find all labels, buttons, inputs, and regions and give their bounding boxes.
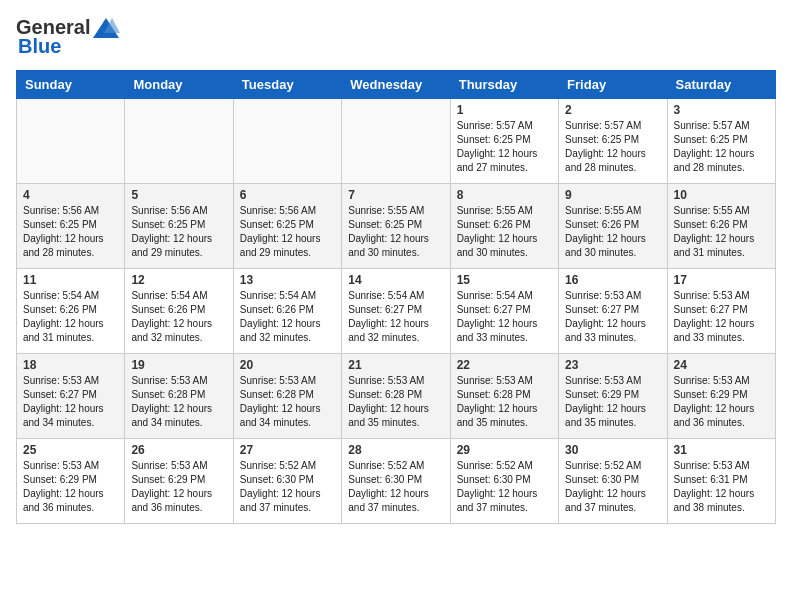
weekday-header-friday: Friday (559, 71, 667, 99)
day-number: 7 (348, 188, 443, 202)
day-info: Sunrise: 5:54 AM Sunset: 6:27 PM Dayligh… (457, 289, 552, 345)
day-info: Sunrise: 5:57 AM Sunset: 6:25 PM Dayligh… (457, 119, 552, 175)
day-number: 16 (565, 273, 660, 287)
day-number: 4 (23, 188, 118, 202)
day-info: Sunrise: 5:53 AM Sunset: 6:28 PM Dayligh… (457, 374, 552, 430)
calendar-week-row: 18Sunrise: 5:53 AM Sunset: 6:27 PM Dayli… (17, 354, 776, 439)
calendar-day-cell: 12Sunrise: 5:54 AM Sunset: 6:26 PM Dayli… (125, 269, 233, 354)
day-info: Sunrise: 5:56 AM Sunset: 6:25 PM Dayligh… (131, 204, 226, 260)
calendar-day-cell: 20Sunrise: 5:53 AM Sunset: 6:28 PM Dayli… (233, 354, 341, 439)
day-info: Sunrise: 5:53 AM Sunset: 6:27 PM Dayligh… (565, 289, 660, 345)
day-number: 10 (674, 188, 769, 202)
day-info: Sunrise: 5:53 AM Sunset: 6:29 PM Dayligh… (565, 374, 660, 430)
day-number: 11 (23, 273, 118, 287)
weekday-header-wednesday: Wednesday (342, 71, 450, 99)
day-number: 23 (565, 358, 660, 372)
calendar-day-cell: 24Sunrise: 5:53 AM Sunset: 6:29 PM Dayli… (667, 354, 775, 439)
calendar-day-cell: 29Sunrise: 5:52 AM Sunset: 6:30 PM Dayli… (450, 439, 558, 524)
day-info: Sunrise: 5:53 AM Sunset: 6:27 PM Dayligh… (674, 289, 769, 345)
day-info: Sunrise: 5:53 AM Sunset: 6:28 PM Dayligh… (240, 374, 335, 430)
day-number: 15 (457, 273, 552, 287)
day-number: 21 (348, 358, 443, 372)
calendar-day-cell: 18Sunrise: 5:53 AM Sunset: 6:27 PM Dayli… (17, 354, 125, 439)
calendar-day-cell: 9Sunrise: 5:55 AM Sunset: 6:26 PM Daylig… (559, 184, 667, 269)
day-number: 13 (240, 273, 335, 287)
calendar-day-cell: 3Sunrise: 5:57 AM Sunset: 6:25 PM Daylig… (667, 99, 775, 184)
calendar-week-row: 25Sunrise: 5:53 AM Sunset: 6:29 PM Dayli… (17, 439, 776, 524)
day-number: 27 (240, 443, 335, 457)
day-info: Sunrise: 5:57 AM Sunset: 6:25 PM Dayligh… (565, 119, 660, 175)
calendar-day-cell: 22Sunrise: 5:53 AM Sunset: 6:28 PM Dayli… (450, 354, 558, 439)
day-number: 19 (131, 358, 226, 372)
weekday-header-thursday: Thursday (450, 71, 558, 99)
calendar-day-cell: 7Sunrise: 5:55 AM Sunset: 6:25 PM Daylig… (342, 184, 450, 269)
calendar-day-cell: 14Sunrise: 5:54 AM Sunset: 6:27 PM Dayli… (342, 269, 450, 354)
calendar-day-cell: 6Sunrise: 5:56 AM Sunset: 6:25 PM Daylig… (233, 184, 341, 269)
calendar-week-row: 4Sunrise: 5:56 AM Sunset: 6:25 PM Daylig… (17, 184, 776, 269)
day-number: 6 (240, 188, 335, 202)
logo: General Blue (16, 16, 120, 58)
calendar-day-cell (17, 99, 125, 184)
calendar-table: SundayMondayTuesdayWednesdayThursdayFrid… (16, 70, 776, 524)
calendar-day-cell: 1Sunrise: 5:57 AM Sunset: 6:25 PM Daylig… (450, 99, 558, 184)
day-info: Sunrise: 5:56 AM Sunset: 6:25 PM Dayligh… (23, 204, 118, 260)
calendar-day-cell: 26Sunrise: 5:53 AM Sunset: 6:29 PM Dayli… (125, 439, 233, 524)
day-info: Sunrise: 5:54 AM Sunset: 6:26 PM Dayligh… (240, 289, 335, 345)
day-info: Sunrise: 5:52 AM Sunset: 6:30 PM Dayligh… (348, 459, 443, 515)
day-number: 29 (457, 443, 552, 457)
calendar-day-cell: 31Sunrise: 5:53 AM Sunset: 6:31 PM Dayli… (667, 439, 775, 524)
day-number: 18 (23, 358, 118, 372)
calendar-week-row: 11Sunrise: 5:54 AM Sunset: 6:26 PM Dayli… (17, 269, 776, 354)
calendar-day-cell: 28Sunrise: 5:52 AM Sunset: 6:30 PM Dayli… (342, 439, 450, 524)
calendar-day-cell: 4Sunrise: 5:56 AM Sunset: 6:25 PM Daylig… (17, 184, 125, 269)
day-info: Sunrise: 5:52 AM Sunset: 6:30 PM Dayligh… (240, 459, 335, 515)
day-info: Sunrise: 5:55 AM Sunset: 6:25 PM Dayligh… (348, 204, 443, 260)
day-number: 24 (674, 358, 769, 372)
day-number: 28 (348, 443, 443, 457)
day-info: Sunrise: 5:55 AM Sunset: 6:26 PM Dayligh… (674, 204, 769, 260)
calendar-day-cell: 13Sunrise: 5:54 AM Sunset: 6:26 PM Dayli… (233, 269, 341, 354)
calendar-week-row: 1Sunrise: 5:57 AM Sunset: 6:25 PM Daylig… (17, 99, 776, 184)
weekday-header-monday: Monday (125, 71, 233, 99)
day-info: Sunrise: 5:57 AM Sunset: 6:25 PM Dayligh… (674, 119, 769, 175)
day-info: Sunrise: 5:53 AM Sunset: 6:27 PM Dayligh… (23, 374, 118, 430)
calendar-day-cell: 17Sunrise: 5:53 AM Sunset: 6:27 PM Dayli… (667, 269, 775, 354)
day-number: 3 (674, 103, 769, 117)
calendar-day-cell: 27Sunrise: 5:52 AM Sunset: 6:30 PM Dayli… (233, 439, 341, 524)
calendar-day-cell: 30Sunrise: 5:52 AM Sunset: 6:30 PM Dayli… (559, 439, 667, 524)
day-number: 22 (457, 358, 552, 372)
day-number: 5 (131, 188, 226, 202)
day-info: Sunrise: 5:53 AM Sunset: 6:31 PM Dayligh… (674, 459, 769, 515)
calendar-day-cell (342, 99, 450, 184)
day-info: Sunrise: 5:54 AM Sunset: 6:26 PM Dayligh… (131, 289, 226, 345)
day-info: Sunrise: 5:53 AM Sunset: 6:29 PM Dayligh… (674, 374, 769, 430)
day-info: Sunrise: 5:54 AM Sunset: 6:27 PM Dayligh… (348, 289, 443, 345)
calendar-day-cell: 25Sunrise: 5:53 AM Sunset: 6:29 PM Dayli… (17, 439, 125, 524)
day-number: 1 (457, 103, 552, 117)
day-number: 17 (674, 273, 769, 287)
day-info: Sunrise: 5:53 AM Sunset: 6:28 PM Dayligh… (131, 374, 226, 430)
calendar-day-cell (233, 99, 341, 184)
day-info: Sunrise: 5:53 AM Sunset: 6:28 PM Dayligh… (348, 374, 443, 430)
calendar-day-cell: 15Sunrise: 5:54 AM Sunset: 6:27 PM Dayli… (450, 269, 558, 354)
calendar-day-cell: 16Sunrise: 5:53 AM Sunset: 6:27 PM Dayli… (559, 269, 667, 354)
day-number: 14 (348, 273, 443, 287)
day-info: Sunrise: 5:55 AM Sunset: 6:26 PM Dayligh… (565, 204, 660, 260)
day-number: 30 (565, 443, 660, 457)
day-info: Sunrise: 5:52 AM Sunset: 6:30 PM Dayligh… (457, 459, 552, 515)
calendar-day-cell: 21Sunrise: 5:53 AM Sunset: 6:28 PM Dayli… (342, 354, 450, 439)
day-number: 8 (457, 188, 552, 202)
calendar-day-cell: 5Sunrise: 5:56 AM Sunset: 6:25 PM Daylig… (125, 184, 233, 269)
calendar-day-cell: 19Sunrise: 5:53 AM Sunset: 6:28 PM Dayli… (125, 354, 233, 439)
weekday-header-row: SundayMondayTuesdayWednesdayThursdayFrid… (17, 71, 776, 99)
day-number: 2 (565, 103, 660, 117)
day-number: 25 (23, 443, 118, 457)
day-number: 9 (565, 188, 660, 202)
day-number: 31 (674, 443, 769, 457)
calendar-day-cell: 11Sunrise: 5:54 AM Sunset: 6:26 PM Dayli… (17, 269, 125, 354)
calendar-day-cell: 8Sunrise: 5:55 AM Sunset: 6:26 PM Daylig… (450, 184, 558, 269)
logo-blue-label: Blue (16, 35, 61, 58)
day-number: 26 (131, 443, 226, 457)
page-header: General Blue (16, 16, 776, 58)
calendar-day-cell: 2Sunrise: 5:57 AM Sunset: 6:25 PM Daylig… (559, 99, 667, 184)
